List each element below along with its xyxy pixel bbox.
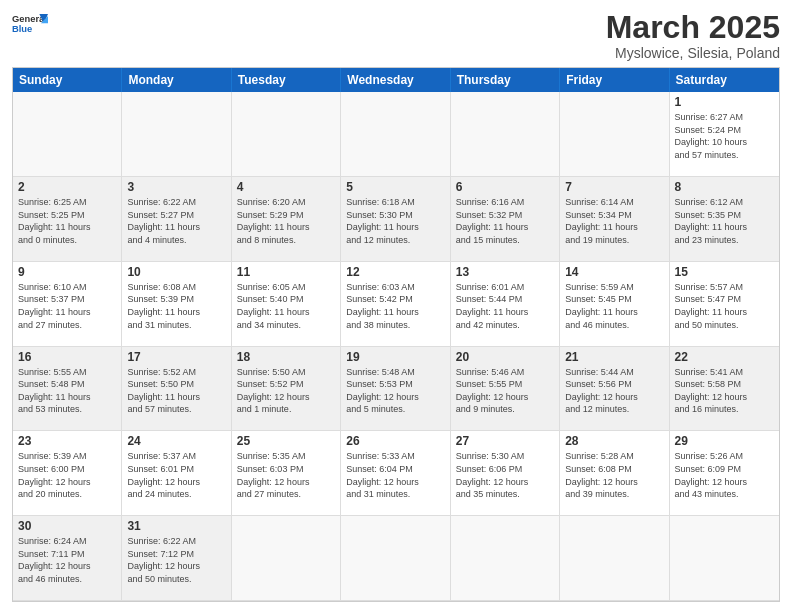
table-row: 24Sunrise: 5:37 AM Sunset: 6:01 PM Dayli… bbox=[122, 431, 231, 516]
day-number: 15 bbox=[675, 265, 774, 279]
header-sunday: Sunday bbox=[13, 68, 122, 92]
table-row: 16Sunrise: 5:55 AM Sunset: 5:48 PM Dayli… bbox=[13, 347, 122, 432]
day-number: 6 bbox=[456, 180, 554, 194]
header: General Blue March 2025 Myslowice, Siles… bbox=[12, 10, 780, 61]
day-number: 26 bbox=[346, 434, 444, 448]
day-number: 25 bbox=[237, 434, 335, 448]
generalblue-logo-icon: General Blue bbox=[12, 10, 48, 38]
table-row: 4Sunrise: 6:20 AM Sunset: 5:29 PM Daylig… bbox=[232, 177, 341, 262]
day-info: Sunrise: 5:50 AM Sunset: 5:52 PM Dayligh… bbox=[237, 366, 335, 416]
day-number: 28 bbox=[565, 434, 663, 448]
table-row: 11Sunrise: 6:05 AM Sunset: 5:40 PM Dayli… bbox=[232, 262, 341, 347]
table-row: 31Sunrise: 6:22 AM Sunset: 7:12 PM Dayli… bbox=[122, 516, 231, 601]
header-friday: Friday bbox=[560, 68, 669, 92]
day-info: Sunrise: 6:20 AM Sunset: 5:29 PM Dayligh… bbox=[237, 196, 335, 246]
day-number: 14 bbox=[565, 265, 663, 279]
table-row: 13Sunrise: 6:01 AM Sunset: 5:44 PM Dayli… bbox=[451, 262, 560, 347]
table-row: 2Sunrise: 6:25 AM Sunset: 5:25 PM Daylig… bbox=[13, 177, 122, 262]
day-number: 17 bbox=[127, 350, 225, 364]
day-number: 24 bbox=[127, 434, 225, 448]
day-info: Sunrise: 5:37 AM Sunset: 6:01 PM Dayligh… bbox=[127, 450, 225, 500]
logo: General Blue bbox=[12, 10, 48, 38]
day-info: Sunrise: 5:55 AM Sunset: 5:48 PM Dayligh… bbox=[18, 366, 116, 416]
day-number: 27 bbox=[456, 434, 554, 448]
table-row: 6Sunrise: 6:16 AM Sunset: 5:32 PM Daylig… bbox=[451, 177, 560, 262]
day-info: Sunrise: 6:08 AM Sunset: 5:39 PM Dayligh… bbox=[127, 281, 225, 331]
day-info: Sunrise: 6:18 AM Sunset: 5:30 PM Dayligh… bbox=[346, 196, 444, 246]
day-info: Sunrise: 5:35 AM Sunset: 6:03 PM Dayligh… bbox=[237, 450, 335, 500]
header-thursday: Thursday bbox=[451, 68, 560, 92]
day-info: Sunrise: 6:25 AM Sunset: 5:25 PM Dayligh… bbox=[18, 196, 116, 246]
day-number: 29 bbox=[675, 434, 774, 448]
table-row bbox=[451, 92, 560, 177]
day-info: Sunrise: 6:22 AM Sunset: 7:12 PM Dayligh… bbox=[127, 535, 225, 585]
table-row: 29Sunrise: 5:26 AM Sunset: 6:09 PM Dayli… bbox=[670, 431, 779, 516]
month-title: March 2025 bbox=[606, 10, 780, 45]
day-number: 10 bbox=[127, 265, 225, 279]
table-row: 20Sunrise: 5:46 AM Sunset: 5:55 PM Dayli… bbox=[451, 347, 560, 432]
day-number: 22 bbox=[675, 350, 774, 364]
day-number: 5 bbox=[346, 180, 444, 194]
day-info: Sunrise: 5:26 AM Sunset: 6:09 PM Dayligh… bbox=[675, 450, 774, 500]
day-info: Sunrise: 5:57 AM Sunset: 5:47 PM Dayligh… bbox=[675, 281, 774, 331]
day-number: 19 bbox=[346, 350, 444, 364]
table-row: 3Sunrise: 6:22 AM Sunset: 5:27 PM Daylig… bbox=[122, 177, 231, 262]
day-info: Sunrise: 6:12 AM Sunset: 5:35 PM Dayligh… bbox=[675, 196, 774, 246]
day-number: 7 bbox=[565, 180, 663, 194]
table-row: 8Sunrise: 6:12 AM Sunset: 5:35 PM Daylig… bbox=[670, 177, 779, 262]
table-row: 5Sunrise: 6:18 AM Sunset: 5:30 PM Daylig… bbox=[341, 177, 450, 262]
day-number: 16 bbox=[18, 350, 116, 364]
calendar-body: 1Sunrise: 6:27 AM Sunset: 5:24 PM Daylig… bbox=[13, 92, 779, 601]
day-number: 4 bbox=[237, 180, 335, 194]
table-row: 10Sunrise: 6:08 AM Sunset: 5:39 PM Dayli… bbox=[122, 262, 231, 347]
table-row: 12Sunrise: 6:03 AM Sunset: 5:42 PM Dayli… bbox=[341, 262, 450, 347]
table-row bbox=[232, 516, 341, 601]
table-row bbox=[560, 516, 669, 601]
day-number: 11 bbox=[237, 265, 335, 279]
day-number: 8 bbox=[675, 180, 774, 194]
table-row: 25Sunrise: 5:35 AM Sunset: 6:03 PM Dayli… bbox=[232, 431, 341, 516]
table-row bbox=[341, 92, 450, 177]
calendar: Sunday Monday Tuesday Wednesday Thursday… bbox=[12, 67, 780, 602]
day-info: Sunrise: 5:28 AM Sunset: 6:08 PM Dayligh… bbox=[565, 450, 663, 500]
table-row: 15Sunrise: 5:57 AM Sunset: 5:47 PM Dayli… bbox=[670, 262, 779, 347]
header-saturday: Saturday bbox=[670, 68, 779, 92]
location-title: Myslowice, Silesia, Poland bbox=[606, 45, 780, 61]
day-info: Sunrise: 5:44 AM Sunset: 5:56 PM Dayligh… bbox=[565, 366, 663, 416]
day-number: 30 bbox=[18, 519, 116, 533]
day-info: Sunrise: 5:52 AM Sunset: 5:50 PM Dayligh… bbox=[127, 366, 225, 416]
table-row bbox=[341, 516, 450, 601]
table-row: 7Sunrise: 6:14 AM Sunset: 5:34 PM Daylig… bbox=[560, 177, 669, 262]
table-row: 18Sunrise: 5:50 AM Sunset: 5:52 PM Dayli… bbox=[232, 347, 341, 432]
title-block: March 2025 Myslowice, Silesia, Poland bbox=[606, 10, 780, 61]
day-number: 1 bbox=[675, 95, 774, 109]
day-info: Sunrise: 6:10 AM Sunset: 5:37 PM Dayligh… bbox=[18, 281, 116, 331]
table-row: 22Sunrise: 5:41 AM Sunset: 5:58 PM Dayli… bbox=[670, 347, 779, 432]
day-info: Sunrise: 6:22 AM Sunset: 5:27 PM Dayligh… bbox=[127, 196, 225, 246]
day-info: Sunrise: 6:24 AM Sunset: 7:11 PM Dayligh… bbox=[18, 535, 116, 585]
table-row: 21Sunrise: 5:44 AM Sunset: 5:56 PM Dayli… bbox=[560, 347, 669, 432]
table-row: 23Sunrise: 5:39 AM Sunset: 6:00 PM Dayli… bbox=[13, 431, 122, 516]
day-info: Sunrise: 5:33 AM Sunset: 6:04 PM Dayligh… bbox=[346, 450, 444, 500]
table-row bbox=[670, 516, 779, 601]
header-monday: Monday bbox=[122, 68, 231, 92]
table-row bbox=[451, 516, 560, 601]
day-number: 12 bbox=[346, 265, 444, 279]
page: General Blue March 2025 Myslowice, Siles… bbox=[0, 0, 792, 612]
table-row: 26Sunrise: 5:33 AM Sunset: 6:04 PM Dayli… bbox=[341, 431, 450, 516]
table-row: 19Sunrise: 5:48 AM Sunset: 5:53 PM Dayli… bbox=[341, 347, 450, 432]
day-info: Sunrise: 6:05 AM Sunset: 5:40 PM Dayligh… bbox=[237, 281, 335, 331]
svg-text:Blue: Blue bbox=[12, 24, 32, 34]
day-info: Sunrise: 5:30 AM Sunset: 6:06 PM Dayligh… bbox=[456, 450, 554, 500]
table-row bbox=[122, 92, 231, 177]
day-info: Sunrise: 6:14 AM Sunset: 5:34 PM Dayligh… bbox=[565, 196, 663, 246]
table-row: 14Sunrise: 5:59 AM Sunset: 5:45 PM Dayli… bbox=[560, 262, 669, 347]
day-info: Sunrise: 5:41 AM Sunset: 5:58 PM Dayligh… bbox=[675, 366, 774, 416]
table-row: 28Sunrise: 5:28 AM Sunset: 6:08 PM Dayli… bbox=[560, 431, 669, 516]
table-row: 1Sunrise: 6:27 AM Sunset: 5:24 PM Daylig… bbox=[670, 92, 779, 177]
day-number: 20 bbox=[456, 350, 554, 364]
day-number: 13 bbox=[456, 265, 554, 279]
table-row: 30Sunrise: 6:24 AM Sunset: 7:11 PM Dayli… bbox=[13, 516, 122, 601]
table-row bbox=[13, 92, 122, 177]
table-row bbox=[232, 92, 341, 177]
